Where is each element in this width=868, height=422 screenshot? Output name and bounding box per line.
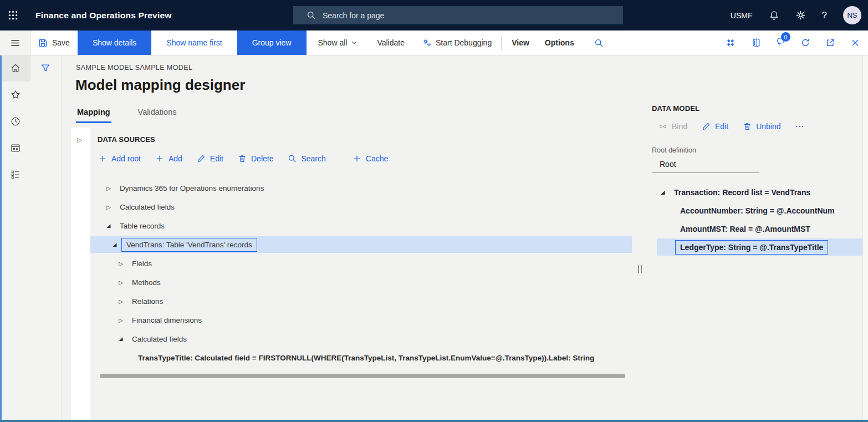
bell-icon[interactable]: [769, 10, 779, 21]
tree-item[interactable]: ◢Calculated fields: [90, 329, 632, 348]
start-debugging-button[interactable]: Start Debugging: [415, 30, 499, 55]
cache-button[interactable]: Cache: [353, 154, 388, 163]
tree-item[interactable]: ▷Fields: [90, 254, 632, 273]
avatar[interactable]: NS: [843, 6, 861, 24]
filter-funnel-icon[interactable]: [40, 63, 51, 74]
expand-tree-arrow-icon[interactable]: ▷: [118, 261, 124, 267]
tree-item[interactable]: ◢Transaction: Record list = VendTrans: [652, 183, 862, 201]
tree-item[interactable]: TransTypeTitle: Calculated field = FIRST…: [90, 348, 632, 367]
add-root-button[interactable]: Add root: [98, 154, 141, 163]
tree-item-label: Methods: [132, 278, 161, 287]
sidebar-item-home[interactable]: [0, 55, 30, 82]
record-caption: SAMPLE MODEL SAMPLE MODEL: [76, 64, 192, 72]
tree-item-label: AmountMST: Real = @.AmountMST: [680, 225, 810, 233]
tree-item[interactable]: ◢VendTrans: Table 'VendTrans' records: [90, 236, 632, 253]
messages-button[interactable]: 0: [775, 37, 785, 49]
show-details-toggle[interactable]: Show details: [78, 30, 151, 55]
collapse-tree-arrow-icon[interactable]: ◢: [105, 223, 112, 228]
options-menu[interactable]: Options: [537, 30, 582, 55]
tab-mapping[interactable]: Mapping: [76, 106, 111, 123]
tree-item-label: Financial dimensions: [132, 316, 202, 324]
horizontal-scrollbar[interactable]: [100, 374, 625, 378]
tree-item[interactable]: ▷Relations: [90, 292, 632, 311]
window-left-edge: [0, 55, 2, 422]
validate-button[interactable]: Validate: [370, 30, 412, 55]
expand-tree-arrow-icon[interactable]: ▷: [118, 298, 124, 304]
tree-item[interactable]: ▷Financial dimensions: [90, 311, 632, 329]
home-icon: [10, 63, 21, 74]
dynamics-icon[interactable]: [726, 38, 736, 48]
view-menu[interactable]: View: [504, 30, 537, 55]
tab-validations[interactable]: Validations: [137, 106, 178, 123]
sidebar-item-modules[interactable]: [0, 161, 30, 188]
expand-tree-arrow-icon[interactable]: ▷: [105, 204, 112, 210]
chevron-down-icon: [351, 39, 358, 46]
tree-item-label: AccountNumber: String = @.AccountNum: [680, 206, 835, 215]
waffle-icon: [8, 10, 18, 21]
show-all-label: Show all: [318, 38, 348, 47]
data-sources-heading: DATA SOURCES: [98, 135, 155, 144]
delete-button[interactable]: Delete: [238, 154, 273, 163]
expand-tree-arrow-icon[interactable]: ▷: [118, 279, 124, 286]
action-bar: Save Show details Show name first Group …: [30, 30, 868, 55]
office-icon[interactable]: [750, 38, 760, 48]
collapse-tree-arrow-icon[interactable]: ◢: [118, 336, 124, 342]
unbind-button[interactable]: Unbind: [743, 122, 780, 131]
expand-tree-arrow-icon[interactable]: ▷: [118, 317, 124, 323]
data-sources-toolbar: Add rootAddEditDeleteSearchCache: [98, 154, 388, 163]
edit-button[interactable]: Edit: [197, 154, 223, 163]
bind-button: Bind: [658, 122, 687, 131]
show-all-dropdown[interactable]: Show all: [311, 30, 365, 55]
search-button[interactable]: Search: [288, 154, 325, 163]
add-button[interactable]: Add: [155, 154, 182, 163]
delete-label: Delete: [251, 154, 273, 163]
root-definition-label: Root definition: [652, 146, 696, 154]
save-button[interactable]: Save: [30, 30, 78, 55]
expand-tree-arrow-icon[interactable]: ▷: [105, 185, 112, 191]
sidebar-item-workspaces[interactable]: [0, 135, 30, 161]
page-tabs: Mapping Validations: [76, 106, 177, 123]
search-input[interactable]: [321, 11, 617, 21]
window-bottom-edge: [0, 420, 868, 422]
vertical-scrollbar-track[interactable]: [862, 55, 868, 420]
tree-item[interactable]: ◢Table records: [90, 216, 632, 235]
more-button[interactable]: ⋯: [795, 124, 805, 129]
dm-edit-label: Edit: [715, 122, 728, 131]
link-icon: [658, 122, 667, 131]
data-model-toolbar: BindEditUnbind⋯: [658, 122, 805, 131]
company-selector[interactable]: USMF: [731, 11, 753, 20]
help-icon[interactable]: ?: [822, 10, 827, 21]
collapse-tree-arrow-icon[interactable]: ◢: [660, 190, 666, 195]
plus-icon: [155, 154, 164, 163]
root-definition-field[interactable]: Root: [652, 159, 759, 173]
collapse-tree-arrow-icon[interactable]: ◢: [111, 242, 118, 247]
expand-nav-button[interactable]: [0, 30, 30, 55]
tree-item[interactable]: ▷Dynamics 365 for Operations enumeration…: [90, 179, 632, 197]
trash-icon: [743, 122, 752, 131]
show-name-first-toggle[interactable]: Show name first: [151, 30, 237, 55]
refresh-icon[interactable]: [800, 38, 810, 48]
toolbar-divider: [501, 36, 502, 50]
tree-item[interactable]: LedgerType: String = @.TransTypeTitle: [657, 238, 868, 256]
data-model-tree: ◢Transaction: Record list = VendTransAcc…: [652, 183, 862, 256]
sidebar-item-recent[interactable]: [0, 108, 30, 135]
tree-item[interactable]: ▷Methods: [90, 273, 632, 292]
open-in-new-window-icon[interactable]: [825, 38, 835, 48]
group-view-toggle[interactable]: Group view: [237, 30, 307, 55]
tree-item[interactable]: ▷Calculated fields: [90, 197, 632, 216]
gear-icon[interactable]: [795, 10, 806, 21]
global-search-box[interactable]: [293, 6, 623, 24]
panel-collapse-gutter: ▷: [71, 128, 90, 420]
tree-item[interactable]: AmountMST: Real = @.AmountMST: [652, 220, 862, 238]
tree-item-label: VendTrans: Table 'VendTrans' records: [121, 238, 257, 252]
page-title: Model mapping designer: [75, 77, 245, 94]
collapse-panel-arrow-icon[interactable]: ▷: [78, 136, 84, 144]
search-icon[interactable]: [594, 38, 604, 48]
panel-splitter-handle[interactable]: [638, 265, 643, 273]
app-title[interactable]: Finance and Operations Preview: [35, 11, 171, 21]
sidebar-item-favorites[interactable]: [0, 82, 30, 108]
tree-item[interactable]: AccountNumber: String = @.AccountNum: [652, 201, 862, 220]
app-launcher-button[interactable]: [0, 0, 25, 30]
dm-edit-button[interactable]: Edit: [702, 122, 728, 131]
close-icon[interactable]: [850, 38, 860, 48]
